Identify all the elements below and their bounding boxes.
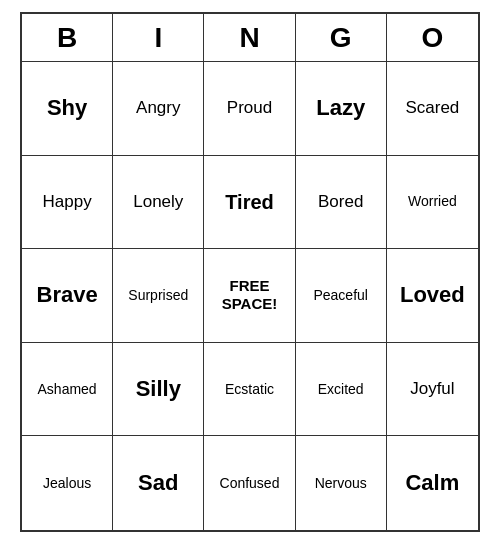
bingo-cell-text: Loved [400, 282, 465, 308]
bingo-grid: ShyAngryProudLazyScaredHappyLonelyTiredB… [20, 62, 480, 532]
bingo-card: BINGO ShyAngryProudLazyScaredHappyLonely… [20, 12, 480, 532]
bingo-cell[interactable]: Bored [296, 156, 387, 250]
bingo-cell[interactable]: Excited [296, 343, 387, 437]
bingo-cell[interactable]: Surprised [113, 249, 204, 343]
bingo-header-letter: G [296, 14, 387, 62]
bingo-cell-text: Proud [227, 98, 272, 118]
bingo-cell[interactable]: Angry [113, 62, 204, 156]
bingo-cell[interactable]: Lonely [113, 156, 204, 250]
bingo-cell-text: Scared [405, 98, 459, 118]
bingo-cell[interactable]: Nervous [296, 436, 387, 530]
bingo-cell-text: Surprised [128, 287, 188, 304]
bingo-cell-text: Excited [318, 381, 364, 398]
bingo-cell[interactable]: Proud [204, 62, 295, 156]
bingo-cell[interactable]: Calm [387, 436, 478, 530]
bingo-cell-text: Calm [405, 470, 459, 496]
bingo-cell-text: Tired [225, 190, 274, 214]
bingo-cell-text: Confused [220, 475, 280, 492]
bingo-cell-text: Shy [47, 95, 87, 121]
bingo-cell-text: Lazy [316, 95, 365, 121]
bingo-cell[interactable]: Peaceful [296, 249, 387, 343]
bingo-cell-text: Bored [318, 192, 363, 212]
bingo-cell-text: Silly [136, 376, 181, 402]
bingo-header: BINGO [20, 12, 480, 62]
bingo-header-letter: B [22, 14, 113, 62]
bingo-cell[interactable]: Worried [387, 156, 478, 250]
bingo-cell-text: Nervous [315, 475, 367, 492]
bingo-cell-text: Brave [37, 282, 98, 308]
bingo-cell-text: Sad [138, 470, 178, 496]
bingo-cell-text: Joyful [410, 379, 454, 399]
bingo-cell[interactable]: Sad [113, 436, 204, 530]
bingo-cell[interactable]: Ecstatic [204, 343, 295, 437]
bingo-cell-text: Ecstatic [225, 381, 274, 398]
bingo-cell[interactable]: FREE SPACE! [204, 249, 295, 343]
bingo-cell-text: Happy [43, 192, 92, 212]
bingo-cell-text: FREE SPACE! [208, 277, 290, 313]
bingo-cell[interactable]: Happy [22, 156, 113, 250]
bingo-cell-text: Lonely [133, 192, 183, 212]
bingo-cell[interactable]: Ashamed [22, 343, 113, 437]
bingo-cell[interactable]: Shy [22, 62, 113, 156]
bingo-header-letter: N [204, 14, 295, 62]
bingo-cell-text: Peaceful [313, 287, 367, 304]
bingo-cell-text: Angry [136, 98, 180, 118]
bingo-cell[interactable]: Scared [387, 62, 478, 156]
bingo-header-letter: I [113, 14, 204, 62]
bingo-cell[interactable]: Joyful [387, 343, 478, 437]
bingo-cell-text: Jealous [43, 475, 91, 492]
bingo-cell[interactable]: Brave [22, 249, 113, 343]
bingo-cell-text: Worried [408, 193, 457, 210]
bingo-cell[interactable]: Lazy [296, 62, 387, 156]
bingo-cell[interactable]: Loved [387, 249, 478, 343]
bingo-cell[interactable]: Silly [113, 343, 204, 437]
bingo-header-letter: O [387, 14, 478, 62]
bingo-cell-text: Ashamed [38, 381, 97, 398]
bingo-cell[interactable]: Jealous [22, 436, 113, 530]
bingo-cell[interactable]: Tired [204, 156, 295, 250]
bingo-cell[interactable]: Confused [204, 436, 295, 530]
